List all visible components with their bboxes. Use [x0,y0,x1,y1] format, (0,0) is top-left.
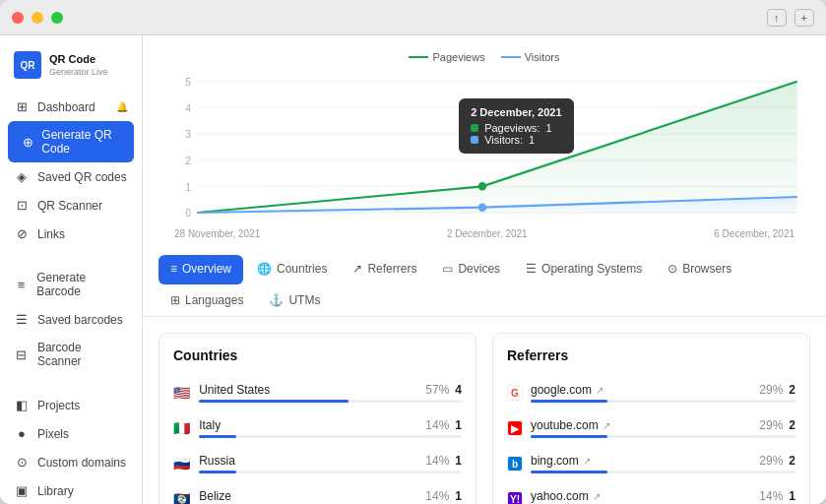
sidebar-item-label: Barcode Scanner [37,341,128,368]
sidebar-item-saved-qr[interactable]: ◈ Saved QR codes [0,162,142,191]
svg-text:4: 4 [185,101,191,113]
pixels-icon: ● [14,426,30,441]
external-link-icon: ↗ [596,385,604,396]
stat-bar [531,471,607,473]
sidebar-item-dashboard[interactable]: ⊞ Dashboard 🔔 [0,93,142,121]
countries-icon: 🌐 [257,262,272,276]
sidebar-item-label: Dashboard [37,100,95,114]
tab-devices[interactable]: ▭ Devices [430,255,512,284]
sidebar-item-label: Generate Barcode [36,271,128,298]
minimize-button[interactable] [32,12,43,24]
svg-point-15 [478,203,486,212]
sidebar-item-generate-qr[interactable]: ⊕ Generate QR Code [8,121,134,162]
tab-utms[interactable]: ⚓ UTMs [257,286,332,316]
qr-scanner-icon: ⊡ [14,198,30,213]
tab-referrers[interactable]: ↗ Referrers [341,255,428,284]
referrer-count: 2 [789,383,795,397]
country-flag: 🇺🇸 [173,385,191,401]
country-flag: 🇷🇺 [173,456,191,472]
saved-qr-icon: ◈ [14,169,30,184]
logo-icon: QR [14,51,41,79]
stat-row-wrapper: Italy 14% 1 [199,418,462,438]
countries-card: Countries 🇺🇸 United States 57% 4 � [159,333,477,504]
logo-text: QR Code [49,53,108,66]
referrer-name: google.com ↗ [531,383,759,397]
stat-bar-bg [531,435,795,438]
chart-svg: 5 4 3 2 1 0 [166,71,802,228]
stat-row-wrapper: United States 57% 4 [199,383,462,403]
stat-row: b bing.com ↗ 29% 2 [507,446,795,481]
visitors-legend-line [501,56,521,58]
stat-bar-bg [531,400,795,403]
referrer-name: youtube.com ↗ [531,418,759,432]
referrer-count: 2 [789,418,795,432]
app-window: ↑ + QR QR Code Generator Live ⊞ Dashboar… [0,0,826,504]
tab-browsers[interactable]: ⊙ Browsers [656,255,743,284]
referrer-row: ▶ youtube.com ↗ 29% 2 [507,410,795,446]
referrer-icon: ▶ [507,420,523,436]
x-label-mid: 2 December, 2021 [447,228,528,239]
svg-text:3: 3 [185,128,191,140]
sidebar-item-label: Links [37,227,65,241]
stat-row: G google.com ↗ 29% 2 [507,375,795,410]
stat-bar [199,400,349,403]
referrer-name: bing.com ↗ [531,454,759,468]
countries-list: 🇺🇸 United States 57% 4 🇮🇹 [173,375,462,504]
tab-overview[interactable]: ≡ Overview [159,255,243,284]
referrer-row: G google.com ↗ 29% 2 [507,375,795,410]
chart-legend: Pageviews Visitors [166,51,802,63]
sidebar-item-qr-scanner[interactable]: ⊡ QR Scanner [0,191,142,220]
stat-bar-bg [199,471,462,473]
svg-text:2: 2 [185,155,191,166]
country-name: Belize [199,489,425,503]
main-content: Pageviews Visitors [143,35,826,504]
share-button[interactable]: ↑ [767,9,787,27]
sidebar-item-links[interactable]: ⊘ Links [0,220,142,248]
sidebar-item-barcode-scanner[interactable]: ⊟ Barcode Scanner [0,334,142,375]
sidebar-item-saved-barcodes[interactable]: ☰ Saved barcodes [0,305,142,334]
referrers-card-title: Referrers [507,347,795,363]
maximize-button[interactable] [51,12,63,24]
referrer-pct: 14% [759,489,783,503]
devices-icon: ▭ [442,262,453,276]
cards-area: Countries 🇺🇸 United States 57% 4 � [143,317,826,504]
stat-row: 🇮🇹 Italy 14% 1 [173,410,462,446]
stat-bar [531,435,607,438]
new-tab-button[interactable]: + [794,9,814,27]
referrer-icon: G [507,385,523,401]
sidebar-item-library[interactable]: ▣ Library [0,476,142,504]
stat-row: 🇷🇺 Russia 14% 1 [173,446,462,481]
stat-row: 🇧🇿 Belize 14% 1 [173,481,462,504]
referrer-name: yahoo.com ↗ [531,489,759,503]
titlebar: ↑ + [0,0,826,35]
country-row: 🇮🇹 Italy 14% 1 [173,410,462,446]
referrer-pct: 29% [759,454,783,468]
barcode-scanner-icon: ⊟ [14,347,30,362]
sidebar-item-label: Saved QR codes [37,170,127,184]
links-icon: ⊘ [14,226,30,241]
country-row: 🇧🇿 Belize 14% 1 [173,481,462,504]
logo-subtext: Generator Live [49,67,108,77]
sidebar-item-custom-domains[interactable]: ⊙ Custom domains [0,448,142,476]
stat-bar [199,471,235,473]
tab-languages[interactable]: ⊞ Languages [159,286,255,316]
chart-area: Pageviews Visitors [143,35,826,247]
sidebar-item-pixels[interactable]: ● Pixels [0,419,142,448]
tab-operating-systems[interactable]: ☰ Operating Systems [514,255,654,284]
country-count: 4 [455,383,462,397]
sidebar-item-label: QR Scanner [37,199,102,213]
referrers-icon: ↗ [352,262,362,276]
close-button[interactable] [12,12,24,24]
sidebar-item-generate-barcode[interactable]: ≡ Generate Barcode [0,264,142,305]
pageviews-label: Pageviews [432,51,484,63]
sidebar-item-label: Pixels [37,427,69,441]
stat-row-wrapper: yahoo.com ↗ 14% 1 [531,489,795,504]
pageviews-legend-line [409,56,428,58]
tab-countries[interactable]: 🌐 Countries [245,255,339,284]
chart-x-labels: 28 November, 2021 2 December, 2021 6 Dec… [166,228,802,239]
sidebar-item-projects[interactable]: ◧ Projects [0,391,142,419]
country-name: Italy [199,418,425,432]
stat-row-wrapper: google.com ↗ 29% 2 [531,383,795,403]
referrer-pct: 29% [759,383,783,397]
country-count: 1 [455,418,462,432]
